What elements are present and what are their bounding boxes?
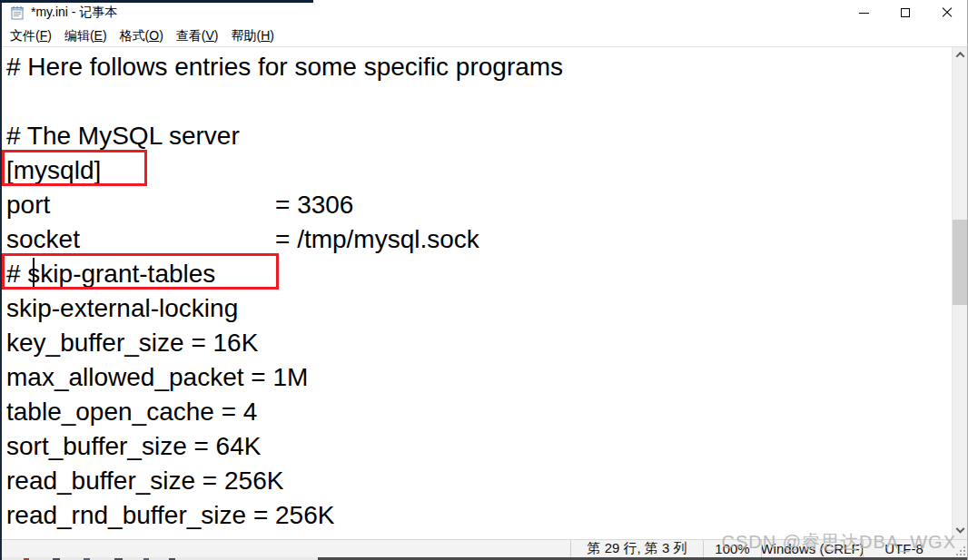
menu-file-label: 文件(: [10, 28, 40, 43]
menu-view-close: ): [214, 28, 219, 43]
close-icon: [942, 7, 953, 18]
menu-view-label: 查看(: [176, 28, 206, 43]
editor-line: socket = /tmp/mysql.sock: [6, 222, 951, 257]
menu-file-hotkey: F: [40, 28, 48, 43]
close-button[interactable]: [926, 0, 968, 25]
menu-bar: 文件(F) 编辑(E) 格式(O) 查看(V) 帮助(H): [2, 25, 967, 47]
window-title: *my.ini - 记事本: [31, 5, 117, 21]
menu-edit-label: 编辑(: [64, 28, 94, 43]
editor-line: [6, 84, 951, 119]
chevron-up-icon: [956, 52, 965, 61]
left-edge-artifact: [0, 0, 2, 560]
menu-format-hotkey: O: [149, 28, 159, 43]
menu-help-hotkey: H: [261, 28, 270, 43]
menu-edit-close: ): [103, 28, 107, 43]
minimize-button[interactable]: [843, 0, 884, 25]
scrollbar-thumb[interactable]: [953, 220, 968, 305]
text-caret: [33, 258, 35, 287]
top-edge-artifact: [0, 0, 313, 3]
chevron-down-icon: [956, 525, 965, 534]
menu-format-close: ): [159, 28, 163, 43]
menu-help-close: ): [270, 28, 274, 43]
editor-line: skip-external-locking: [6, 291, 951, 326]
menu-format[interactable]: 格式(O): [114, 28, 170, 44]
annotation-box-skip-grant-tables: [2, 253, 279, 290]
scroll-up-button[interactable]: [953, 47, 968, 63]
notepad-icon: [10, 5, 25, 20]
notepad-window: *my.ini - 记事本 文件(F) 编辑(E) 格式(O) 查看(V) 帮助…: [0, 0, 968, 560]
editor-line: read_buffer_size = 256K: [6, 464, 951, 498]
menu-view[interactable]: 查看(V): [170, 28, 225, 44]
editor-line: max_allowed_packet = 1M: [6, 360, 951, 395]
menu-help-label: 帮助(: [232, 28, 262, 43]
editor-line: key_buffer_size = 16K: [6, 326, 951, 360]
text-editor-area[interactable]: # Here follows entries for some specific…: [2, 47, 951, 539]
editor-line: [mysqld]: [6, 153, 951, 188]
menu-edit[interactable]: 编辑(E): [58, 28, 114, 44]
editor-line: # The MySQL server: [6, 119, 951, 153]
csdn-watermark: CSDN @睿思达DBA_WGX: [721, 530, 956, 555]
menu-help[interactable]: 帮助(H): [225, 28, 281, 44]
menu-edit-hotkey: E: [94, 28, 103, 43]
menu-format-label: 格式(: [120, 28, 150, 43]
maximize-icon: [901, 8, 910, 17]
vertical-scrollbar[interactable]: [952, 47, 967, 539]
editor-line: table_open_cache = 4: [6, 395, 951, 429]
editor-line: read_rnd_buffer_size = 256K: [6, 498, 951, 533]
window-controls: [843, 0, 968, 25]
status-cursor-position: 第 29 行, 第 3 列: [570, 540, 703, 557]
minimize-icon: [859, 13, 869, 14]
menu-file-close: ): [47, 28, 52, 43]
maximize-button[interactable]: [884, 0, 926, 25]
title-bar: *my.ini - 记事本: [0, 0, 968, 25]
editor-line: port = 3306: [6, 188, 951, 222]
menu-view-hotkey: V: [206, 28, 214, 43]
title-left: *my.ini - 记事本: [0, 5, 117, 21]
editor-line: # Here follows entries for some specific…: [6, 50, 951, 84]
annotation-box-mysqld: [2, 150, 147, 186]
editor-line: sort_buffer_size = 64K: [6, 429, 951, 464]
menu-file[interactable]: 文件(F): [4, 28, 58, 44]
